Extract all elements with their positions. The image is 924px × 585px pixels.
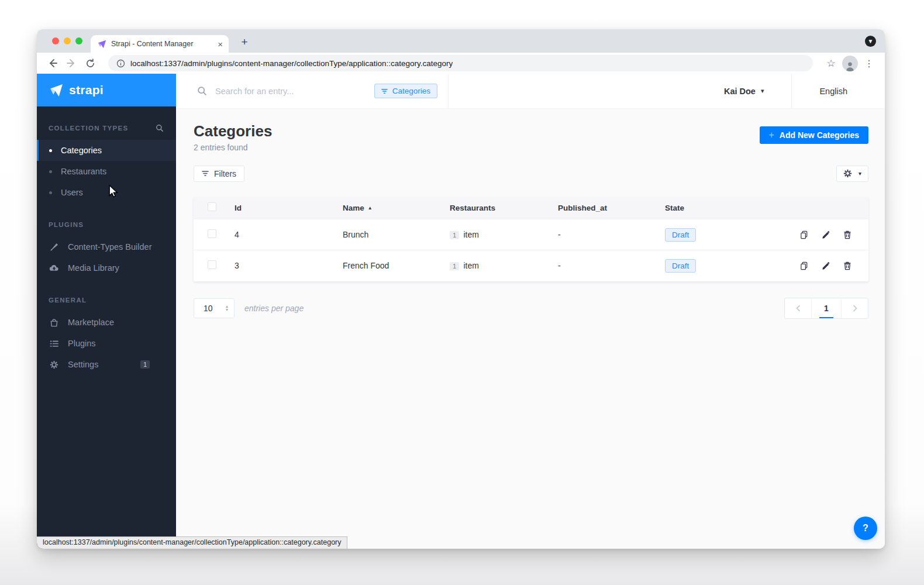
divider	[791, 74, 792, 108]
column-header-name[interactable]: Name▲	[343, 197, 450, 219]
sidebar-item-marketplace[interactable]: Marketplace	[37, 312, 176, 333]
strapi-logo[interactable]: strapi	[37, 74, 176, 106]
reload-button[interactable]	[82, 56, 98, 71]
column-header-restaurants[interactable]: Restaurants	[450, 197, 558, 219]
cell-id: 4	[235, 219, 343, 250]
view-settings-button[interactable]: ▾	[836, 166, 868, 182]
table-row[interactable]: 3 French Food 1item - Draft	[194, 250, 868, 281]
cell-restaurants: 1item	[450, 219, 558, 250]
sidebar-item-label: Content-Types Builder	[68, 242, 151, 252]
tab-search-button[interactable]: ▼	[865, 36, 876, 47]
cloud-upload-icon	[49, 263, 59, 273]
entries-per-page: 10 ▴ ▾ entries per page	[194, 298, 304, 318]
search-input[interactable]	[215, 87, 366, 96]
cell-state: Draft	[665, 219, 792, 250]
draft-state-badge: Draft	[665, 228, 696, 242]
sidebar-section-collection-types: COLLECTION TYPES Categories Restaurants	[37, 122, 176, 203]
new-tab-button[interactable]: +	[237, 35, 252, 50]
table-row[interactable]: 4 Brunch 1item - Draft	[194, 219, 868, 250]
strapi-logo-text: strapi	[69, 83, 104, 97]
browser-menu-icon[interactable]: ⋮	[861, 56, 877, 71]
settings-count-badge: 1	[140, 360, 150, 369]
add-new-categories-button[interactable]: + Add New Categories	[760, 126, 868, 144]
gear-icon	[843, 169, 852, 178]
browser-toolbar: localhost:1337/admin/plugins/content-man…	[37, 53, 885, 74]
count-badge: 1	[450, 231, 459, 239]
plus-icon: +	[769, 130, 774, 140]
section-title: GENERAL	[49, 297, 87, 304]
sidebar-item-label: Plugins	[68, 339, 96, 348]
user-menu[interactable]: Kai Doe	[724, 87, 756, 96]
close-window-button[interactable]	[52, 37, 59, 44]
cell-name: French Food	[343, 250, 450, 281]
sidebar-item-settings[interactable]: Settings 1	[37, 354, 176, 375]
filter-chip-label: Categories	[392, 87, 430, 95]
search-icon[interactable]	[154, 123, 164, 133]
section-title: COLLECTION TYPES	[49, 125, 128, 132]
column-header-published-at[interactable]: Published_at	[558, 197, 665, 219]
sidebar-section-general: GENERAL Marketplace Plugins	[37, 294, 176, 375]
sidebar-item-label: Categories	[61, 146, 102, 155]
filters-button-label: Filters	[214, 169, 236, 178]
filters-button[interactable]: Filters	[194, 166, 244, 182]
window-controls	[52, 37, 82, 44]
minimize-window-button[interactable]	[64, 37, 71, 44]
sidebar-item-plugins[interactable]: Plugins	[37, 333, 176, 354]
site-info-icon[interactable]	[116, 59, 125, 68]
search-icon	[197, 86, 207, 96]
sidebar: strapi COLLECTION TYPES Categories	[37, 74, 176, 549]
sidebar-item-label: Restaurants	[61, 167, 106, 176]
duplicate-icon[interactable]	[799, 230, 809, 239]
stepper-icon: ▴ ▾	[226, 305, 228, 312]
sidebar-item-restaurants[interactable]: Restaurants	[37, 161, 176, 182]
categories-filter-chip[interactable]: Categories	[374, 84, 437, 98]
delete-trash-icon[interactable]	[843, 230, 852, 239]
zoom-window-button[interactable]	[75, 37, 82, 44]
delete-trash-icon[interactable]	[843, 261, 852, 270]
per-page-label: entries per page	[244, 304, 304, 313]
close-tab-icon[interactable]: ×	[218, 40, 223, 49]
row-checkbox[interactable]	[208, 229, 216, 238]
chevron-down-icon[interactable]: ▾	[761, 87, 764, 95]
sidebar-item-content-types-builder[interactable]: Content-Types Builder	[37, 236, 176, 257]
sidebar-item-categories[interactable]: Categories	[37, 140, 176, 161]
strapi-logo-icon	[49, 83, 64, 98]
cell-published-at: -	[558, 219, 665, 250]
edit-pencil-icon[interactable]	[821, 261, 830, 270]
forward-button[interactable]	[64, 56, 79, 71]
gear-icon	[49, 360, 59, 370]
prev-page-button[interactable]	[785, 298, 811, 318]
browser-window: Strapi - Content Manager × + ▼ localhost…	[37, 29, 885, 549]
table-header-row: Id Name▲ Restaurants Published_at State	[194, 197, 868, 219]
cell-name: Brunch	[343, 219, 450, 250]
url-bar[interactable]: localhost:1337/admin/plugins/content-man…	[108, 55, 813, 71]
bullet-icon	[49, 149, 52, 152]
main-panel: Categories 2 entries found + Add New Cat…	[176, 109, 885, 549]
sidebar-item-users[interactable]: Users	[37, 182, 176, 203]
column-header-id[interactable]: Id	[235, 197, 343, 219]
language-selector[interactable]: English	[819, 87, 847, 96]
edit-pencil-icon[interactable]	[821, 230, 830, 239]
select-all-checkbox[interactable]	[208, 202, 216, 211]
entry-search-zone: Categories	[176, 74, 449, 108]
next-page-button[interactable]	[842, 298, 868, 318]
content-area: Categories Kai Doe ▾ English Categories …	[176, 74, 885, 549]
browser-profile-avatar[interactable]	[842, 56, 858, 71]
bookmark-star-icon[interactable]: ☆	[823, 56, 839, 71]
browser-tab[interactable]: Strapi - Content Manager ×	[91, 35, 229, 53]
help-button[interactable]: ?	[854, 517, 877, 540]
sidebar-item-label: Marketplace	[68, 318, 114, 327]
page-number[interactable]: 1	[811, 298, 842, 318]
column-header-state[interactable]: State	[665, 197, 792, 219]
user-zone: Kai Doe ▾ English	[449, 74, 885, 108]
sort-asc-icon: ▲	[368, 205, 373, 211]
per-page-select[interactable]: 10 ▴ ▾	[194, 298, 235, 318]
sidebar-item-media-library[interactable]: Media Library	[37, 257, 176, 278]
bullet-icon	[49, 191, 52, 194]
list-icon	[49, 339, 59, 349]
row-checkbox[interactable]	[208, 260, 216, 269]
add-button-label: Add New Categories	[780, 130, 859, 140]
filter-icon	[381, 88, 388, 94]
back-button[interactable]	[45, 56, 60, 71]
duplicate-icon[interactable]	[799, 261, 809, 270]
